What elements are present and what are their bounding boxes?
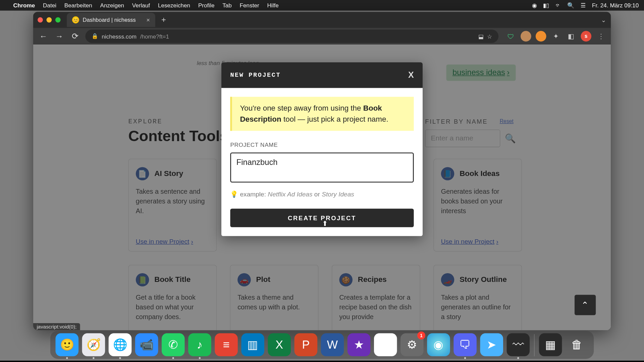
lock-icon: 🔒 bbox=[92, 33, 98, 39]
running-indicator-icon bbox=[172, 357, 174, 359]
dock-app-word[interactable]: W bbox=[321, 333, 344, 356]
dock-app-audio[interactable]: 〰 bbox=[507, 333, 530, 356]
modal-hint: You're one step away from using the Book… bbox=[230, 97, 414, 131]
dock-app-safari[interactable]: 🧭 bbox=[82, 333, 105, 356]
battery-icon[interactable]: ▮▯ bbox=[543, 2, 549, 9]
running-indicator-icon bbox=[119, 357, 121, 359]
scroll-to-top-button[interactable]: ⌃ bbox=[575, 295, 596, 315]
menu-bearbeiten[interactable]: Bearbeiten bbox=[64, 2, 92, 9]
running-indicator-icon bbox=[93, 357, 94, 359]
dock-app-app-a[interactable]: ➤ bbox=[480, 333, 503, 356]
menu-lesezeichen[interactable]: Lesezeichen bbox=[158, 2, 190, 9]
address-bar[interactable]: 🔒 nichesss.com/home?ft=1 ⬓ ☆ bbox=[86, 29, 499, 43]
bookmark-star-icon[interactable]: ☆ bbox=[487, 33, 492, 40]
dock-app-settings[interactable]: ⚙1 bbox=[400, 333, 424, 356]
window-controls bbox=[38, 17, 61, 22]
dock-app-imovie[interactable]: ★ bbox=[347, 333, 371, 356]
install-app-icon[interactable]: ⬓ bbox=[478, 33, 484, 40]
new-tab-button[interactable]: + bbox=[159, 15, 168, 25]
close-window-button[interactable] bbox=[38, 17, 43, 22]
dock-separator bbox=[534, 334, 534, 356]
browser-tab-dashboard[interactable]: 😊 Dashboard | nichesss × bbox=[67, 13, 155, 27]
dock-app-trello[interactable]: ▥ bbox=[241, 333, 264, 356]
extension-dot1-icon[interactable] bbox=[521, 31, 531, 42]
dock-app-drive[interactable]: ▲ bbox=[374, 333, 397, 356]
maximize-window-button[interactable] bbox=[55, 17, 61, 22]
dock-app-chrome[interactable]: 🌐 bbox=[109, 333, 132, 356]
chevron-up-icon: ⌃ bbox=[581, 300, 589, 310]
modal-close-button[interactable]: X bbox=[408, 70, 414, 80]
project-name-label: PROJECT NAME bbox=[230, 141, 414, 148]
extensions-puzzle-icon[interactable]: ✦ bbox=[551, 31, 561, 42]
menu-hilfe[interactable]: Hilfe bbox=[267, 2, 278, 9]
browser-toolbar: ← → ⟳ 🔒 nichesss.com/home?ft=1 ⬓ ☆ 🛡 ✦ ◧… bbox=[33, 28, 611, 45]
modal-title: NEW PROJECT bbox=[230, 72, 281, 79]
dock-app-mission[interactable]: ▦ bbox=[539, 333, 562, 356]
running-indicator-icon bbox=[66, 357, 68, 359]
extension-shield-icon[interactable]: 🛡 bbox=[505, 31, 516, 42]
control-center-icon[interactable]: ☰ bbox=[581, 2, 586, 9]
back-button[interactable]: ← bbox=[38, 31, 49, 42]
mac-dock: 🙂🧭🌐📹✆♪≡▥XPW★▲⚙1◉🗨➤〰▦🗑 bbox=[50, 330, 594, 359]
clock-text[interactable]: Fr. 24. März 09:10 bbox=[592, 2, 639, 9]
reload-button[interactable]: ⟳ bbox=[69, 31, 81, 42]
menu-anzeigen[interactable]: Anzeigen bbox=[100, 2, 124, 9]
wifi-icon[interactable]: ᯤ bbox=[555, 2, 561, 9]
extension-dot2-icon[interactable] bbox=[536, 31, 546, 42]
extension-icons: 🛡 ✦ ◧ s ⋮ bbox=[505, 31, 606, 42]
project-name-example: 💡 example: Netflix Ad Ideas or Story Ide… bbox=[230, 191, 414, 198]
dock-app-siri[interactable]: ◉ bbox=[427, 333, 450, 356]
dock-app-discord[interactable]: 🗨 bbox=[453, 333, 477, 356]
menu-profile[interactable]: Profile bbox=[198, 2, 215, 9]
new-project-modal: NEW PROJECT X You're one step away from … bbox=[221, 62, 423, 236]
screen-record-icon[interactable]: ◉ bbox=[532, 2, 537, 9]
running-indicator-icon bbox=[199, 357, 201, 359]
menu-verlauf[interactable]: Verlauf bbox=[132, 2, 150, 9]
menubar-status-icons: ◉ ▮▯ ᯤ 🔍 ☰ Fr. 24. März 09:10 bbox=[532, 2, 639, 9]
spotlight-icon[interactable]: 🔍 bbox=[567, 2, 574, 9]
dock-app-zoom[interactable]: 📹 bbox=[135, 333, 158, 356]
menu-datei[interactable]: Datei bbox=[43, 2, 56, 9]
running-indicator-icon bbox=[464, 357, 466, 359]
forward-button[interactable]: → bbox=[54, 31, 65, 42]
mac-menubar: Chrome Datei Bearbeiten Anzeigen Verlauf… bbox=[0, 0, 644, 11]
notification-badge: 1 bbox=[417, 331, 425, 340]
dock-app-excel[interactable]: X bbox=[268, 333, 291, 356]
chrome-menu-icon[interactable]: ⋮ bbox=[596, 31, 606, 42]
dock-app-whatsapp[interactable]: ✆ bbox=[162, 333, 185, 356]
tab-favicon-icon: 😊 bbox=[72, 16, 79, 23]
browser-window: 😊 Dashboard | nichesss × + ⌄ ← → ⟳ 🔒 nic… bbox=[33, 12, 611, 330]
minimize-window-button[interactable] bbox=[46, 17, 52, 22]
tab-close-icon[interactable]: × bbox=[146, 16, 150, 23]
tab-title: Dashboard | nichesss bbox=[83, 17, 136, 23]
menu-tab[interactable]: Tab bbox=[222, 2, 232, 9]
url-host: nichesss.com bbox=[102, 33, 137, 40]
tab-overflow-button[interactable]: ⌄ bbox=[601, 16, 606, 23]
create-project-button[interactable]: CREATE PROJECT bbox=[230, 209, 414, 227]
url-path: /home?ft=1 bbox=[140, 33, 169, 40]
dock-app-todoist[interactable]: ≡ bbox=[215, 333, 238, 356]
project-name-input[interactable] bbox=[230, 153, 414, 183]
page-content: less than 5 minutes long business ideas›… bbox=[33, 45, 611, 330]
dock-app-powerpoint[interactable]: P bbox=[294, 333, 318, 356]
profile-avatar-icon[interactable]: s bbox=[581, 31, 591, 42]
dock-app-trash[interactable]: 🗑 bbox=[566, 333, 589, 356]
dock-app-spotify[interactable]: ♪ bbox=[188, 333, 211, 356]
status-link-preview: javascript:void(0); bbox=[33, 323, 80, 330]
menu-app-name[interactable]: Chrome bbox=[13, 2, 35, 9]
running-indicator-icon bbox=[517, 357, 519, 359]
side-panel-icon[interactable]: ◧ bbox=[566, 31, 577, 42]
dock-app-finder[interactable]: 🙂 bbox=[55, 333, 78, 356]
tab-strip: 😊 Dashboard | nichesss × + ⌄ bbox=[33, 12, 611, 28]
menu-fenster[interactable]: Fenster bbox=[240, 2, 259, 9]
